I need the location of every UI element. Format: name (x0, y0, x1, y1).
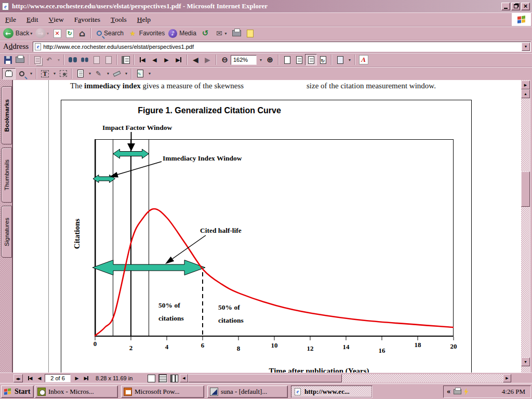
page-indicator[interactable]: 2 of 6 (45, 374, 71, 382)
tray-chevron[interactable]: « (447, 388, 450, 396)
pencil-tool-button[interactable]: ✎ (92, 68, 104, 79)
zoom-tool-dropdown[interactable]: ▾ (28, 68, 34, 79)
vertical-scroll-thumb[interactable] (521, 171, 530, 207)
pdf-next-page-button[interactable]: ▶ (161, 54, 172, 65)
note-tool-dropdown[interactable]: ▾ (86, 68, 92, 79)
history-button[interactable]: ↺ (198, 27, 212, 39)
tray-printer-icon[interactable] (454, 389, 461, 394)
status-previous-page-button[interactable]: ◀ (35, 374, 44, 382)
toolbar-separator (28, 55, 29, 65)
pdf-save-button[interactable] (2, 54, 14, 65)
note-tool-button[interactable] (74, 68, 86, 79)
pdf-search-button[interactable] (78, 54, 90, 65)
pdf-navigation-pane-button[interactable] (119, 54, 131, 65)
task-internet-explorer[interactable]: ehttp://www.ec... (291, 385, 373, 398)
continuous-page-icon (308, 56, 314, 64)
search-button[interactable]: Search (94, 27, 127, 39)
status-layout-single-button[interactable] (147, 374, 156, 383)
media-button[interactable]: ♪Media (166, 27, 198, 39)
tray-lightning-icon[interactable] (463, 388, 469, 395)
pdf-find-button[interactable] (66, 54, 78, 65)
status-last-page-button[interactable]: ▶ (82, 374, 90, 382)
favorites-button[interactable]: ★Favorites (127, 27, 166, 39)
status-next-page-button[interactable]: ▶ (73, 374, 81, 382)
refresh-button[interactable]: ↻ (63, 27, 76, 39)
page-layout-continuous-button[interactable] (305, 54, 317, 65)
status-layout-continuous-button[interactable] (158, 374, 167, 383)
pdf-go-back-button[interactable]: ◀ (190, 54, 202, 65)
pdf-go-forward-button[interactable]: ▶ (202, 54, 214, 65)
task-powerpoint[interactable]: Microsoft Pow... (121, 385, 204, 398)
pdf-print-button[interactable] (14, 54, 26, 65)
hscroll-left-button[interactable]: ◀ (180, 374, 188, 382)
close-button[interactable]: × (521, 3, 530, 10)
task-suna[interactable]: suna - [default]... (207, 385, 288, 398)
pdf-last-page-button[interactable]: ▶ (172, 54, 184, 65)
text-select-dropdown[interactable]: ▾ (51, 68, 57, 79)
pdf-previous-page-button[interactable]: ◀ (149, 54, 161, 65)
zoom-level-input[interactable]: 162% (231, 55, 257, 65)
menu-favorites[interactable]: Favorites (69, 13, 105, 26)
mail-button[interactable]: ✉▾ (212, 27, 230, 39)
pdf-undo-dropdown[interactable]: ▾ (55, 54, 61, 65)
horizontal-scroll-thumb[interactable] (188, 374, 342, 382)
toolbar-flyout-button[interactable]: ▶ (521, 81, 530, 89)
status-layout-facing-button[interactable] (170, 374, 179, 383)
edit-button[interactable] (243, 27, 257, 39)
menu-edit[interactable]: Edit (21, 13, 44, 26)
menu-view[interactable]: View (44, 13, 69, 26)
start-button[interactable]: Start (1, 385, 34, 398)
home-glyph: ⌂ (79, 28, 85, 38)
pane-splitter-button[interactable]: ◀▶ (14, 374, 23, 382)
forward-button[interactable]: → ▾ (33, 27, 51, 39)
sign-tool-button[interactable]: ✎ (134, 68, 146, 79)
pdf-next-view-button[interactable] (102, 54, 114, 65)
zoom-dropdown-button[interactable]: ▾ (257, 54, 264, 65)
print-button[interactable] (230, 27, 243, 39)
tab-signatures[interactable]: Signatures (1, 206, 12, 258)
home-button[interactable]: ⌂ (76, 27, 88, 39)
pdf-convert-button[interactable] (334, 54, 346, 65)
pdf-prev-view-button[interactable] (90, 54, 102, 65)
pdf-convert-dropdown[interactable]: ▾ (346, 54, 352, 65)
highlight-tool-dropdown[interactable]: ▾ (123, 68, 129, 79)
pdf-zoom-in-button[interactable]: ⊕ (264, 54, 276, 65)
pdf-undo-button[interactable]: ↶ (43, 54, 55, 65)
tab-thumbnails[interactable]: Thumbnails (1, 148, 12, 203)
acrobat-button[interactable]: A (357, 54, 369, 65)
text-select-tool-button[interactable]: T (39, 68, 51, 79)
back-button[interactable]: ← Back ▾ (2, 27, 33, 39)
fit-page-icon (296, 56, 302, 64)
pdf-copy-button[interactable] (31, 54, 43, 65)
menu-file[interactable]: File (0, 13, 21, 26)
snapshot-tool-button[interactable] (57, 68, 69, 79)
pdf-first-page-button[interactable]: ◀ (137, 54, 149, 65)
status-first-page-button[interactable]: ◀ (26, 374, 34, 382)
menu-help[interactable]: Help (132, 13, 156, 26)
hand-tool-button[interactable] (2, 68, 16, 79)
address-input[interactable]: e http://www.ece.rochester.edu/users/els… (33, 42, 531, 52)
task-inbox-outlook[interactable]: Inbox - Micros... (35, 385, 118, 398)
page-layout-fit-button[interactable] (293, 54, 305, 65)
menu-favorites-pre: F (74, 16, 78, 24)
minimize-button[interactable] (501, 3, 510, 10)
scroll-down-button[interactable]: ▼ (521, 357, 530, 366)
sign-tool-dropdown[interactable]: ▾ (146, 68, 152, 79)
highlight-tool-button[interactable] (111, 68, 123, 79)
restore-button[interactable] (511, 3, 520, 10)
address-dropdown-button[interactable]: ▾ (522, 43, 530, 51)
hscroll-right-button[interactable]: ▶ (503, 374, 511, 382)
snapshot-icon (60, 70, 67, 77)
menu-help-post: elp (142, 16, 151, 24)
rotate-view-button[interactable]: ↻ (317, 54, 329, 65)
pdf-zoom-out-button[interactable]: ⊖ (219, 54, 231, 65)
zoom-tool-button[interactable] (16, 68, 28, 79)
menu-tools[interactable]: Tools (105, 13, 132, 26)
tab-bookmarks[interactable]: Bookmarks (1, 86, 12, 144)
pencil-tool-dropdown[interactable]: ▾ (104, 68, 111, 79)
window-titlebar[interactable]: e http://www.ece.rochester.edu/users/els… (0, 0, 532, 12)
stop-button[interactable]: ✕ (51, 27, 63, 39)
scroll-up-button[interactable]: ▲ (521, 89, 530, 98)
page-layout-single-button[interactable] (281, 54, 293, 65)
vertical-scrollbar[interactable]: ▶ ▲ ▼ (521, 80, 530, 373)
